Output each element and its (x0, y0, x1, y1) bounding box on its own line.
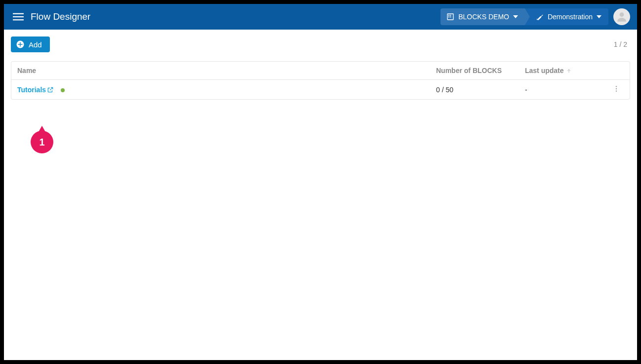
status-dot (61, 88, 65, 92)
avatar[interactable] (613, 8, 630, 25)
topbar: Flow Designer BLOCKS DEMO Demonstration (4, 4, 637, 30)
svg-rect-5 (450, 15, 451, 16)
svg-point-12 (616, 86, 617, 87)
plus-circle-icon (16, 40, 25, 49)
caret-down-icon (597, 14, 601, 19)
svg-rect-2 (13, 19, 24, 20)
flow-link[interactable]: Tutorials (17, 86, 54, 94)
svg-rect-6 (448, 16, 449, 17)
breadcrumb-org[interactable]: BLOCKS DEMO (441, 8, 525, 25)
org-icon (446, 13, 454, 21)
toolbar-row: Add 1 / 2 (11, 36, 630, 52)
callout-marker: 1 (31, 126, 53, 153)
app-frame: Flow Designer BLOCKS DEMO Demonstration (4, 4, 637, 360)
svg-rect-11 (18, 44, 23, 45)
cell-update: - (525, 86, 609, 94)
svg-point-8 (620, 12, 624, 17)
svg-rect-7 (450, 16, 451, 17)
sort-down-icon (566, 68, 572, 73)
svg-rect-4 (448, 15, 449, 16)
row-actions-icon[interactable] (609, 85, 624, 93)
breadcrumb-project[interactable]: Demonstration (525, 8, 608, 25)
col-header-blocks[interactable]: Number of BLOCKS (436, 67, 525, 74)
col-header-update-label: Last update (525, 67, 564, 74)
add-button[interactable]: Add (11, 36, 50, 52)
open-external-icon (47, 86, 54, 93)
app-title: Flow Designer (31, 11, 90, 22)
breadcrumb: BLOCKS DEMO Demonstration (441, 8, 608, 25)
breadcrumb-project-label: Demonstration (548, 13, 593, 21)
caret-down-icon (513, 14, 518, 19)
svg-point-13 (616, 88, 617, 89)
add-button-label: Add (29, 40, 42, 49)
svg-point-14 (616, 90, 617, 91)
breadcrumb-org-label: BLOCKS DEMO (458, 13, 509, 21)
flow-name: Tutorials (17, 86, 46, 94)
callout-label: 1 (39, 137, 44, 148)
col-header-name[interactable]: Name (17, 67, 436, 74)
page-indicator: 1 / 2 (614, 40, 630, 48)
svg-rect-0 (13, 13, 24, 14)
table-row: Tutorials 0 / 50 - (11, 80, 630, 99)
menu-icon[interactable] (11, 9, 26, 24)
content-area: Add 1 / 2 Name Number of BLOCKS Last upd… (4, 30, 637, 360)
wrench-icon (536, 13, 544, 21)
svg-rect-1 (13, 16, 24, 17)
cell-blocks: 0 / 50 (436, 86, 525, 94)
col-header-update[interactable]: Last update (525, 67, 609, 74)
flow-table: Name Number of BLOCKS Last update Tutori… (11, 61, 630, 100)
table-header: Name Number of BLOCKS Last update (11, 62, 630, 80)
